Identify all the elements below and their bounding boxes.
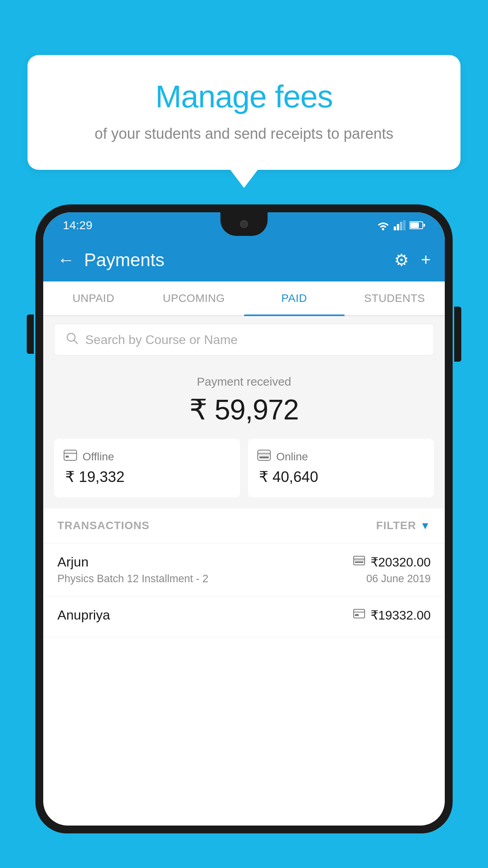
add-button[interactable]: + — [421, 250, 431, 269]
online-label: Online — [276, 451, 308, 463]
online-icon — [257, 450, 271, 463]
transaction-amount-2: ₹19332.00 — [371, 608, 431, 623]
phone-inner: 14:29 — [43, 212, 445, 826]
svg-line-7 — [74, 340, 77, 344]
battery-icon — [409, 221, 425, 230]
offline-icon — [64, 450, 77, 463]
speech-bubble-subtitle: of your students and send receipts to pa… — [51, 123, 437, 144]
search-container: Search by Course or Name — [43, 316, 445, 363]
svg-rect-10 — [66, 456, 69, 458]
svg-rect-2 — [400, 222, 402, 230]
transaction-offline-icon — [353, 609, 365, 621]
transaction-amount-wrapper: ₹20320.00 — [353, 555, 431, 570]
app-bar: ← Payments ⚙ + — [43, 238, 445, 281]
svg-rect-0 — [394, 226, 396, 230]
svg-rect-1 — [397, 224, 399, 230]
svg-rect-14 — [259, 456, 269, 458]
payment-summary: Payment received ₹ 59,972 — [43, 363, 445, 439]
filter-button[interactable]: FILTER ▼ — [376, 519, 431, 532]
transaction-top-2: Anupriya ₹19332.00 — [57, 607, 431, 623]
phone-outer: 14:29 — [35, 204, 453, 833]
svg-rect-11 — [258, 450, 270, 460]
transaction-name-2: Anupriya — [57, 607, 110, 623]
offline-payment-card: Offline ₹ 19,332 — [54, 439, 240, 497]
tab-upcoming[interactable]: UPCOMING — [144, 281, 244, 315]
speech-bubble-container: Manage fees of your students and send re… — [28, 55, 460, 170]
notch — [220, 212, 268, 236]
online-card-header: Online — [257, 450, 424, 463]
transactions-header: TRANSACTIONS FILTER ▼ — [43, 508, 445, 543]
status-bar: 14:29 — [43, 212, 445, 238]
transaction-online-icon — [353, 556, 365, 568]
svg-rect-3 — [403, 220, 405, 230]
offline-amount: ₹ 19,332 — [64, 468, 231, 485]
svg-rect-15 — [354, 556, 365, 565]
transaction-row: Arjun ₹20320.00 — [43, 543, 445, 596]
app-title: Payments — [84, 249, 394, 270]
status-time: 14:29 — [63, 219, 92, 232]
payment-received-amount: ₹ 59,972 — [54, 393, 434, 426]
transaction-top: Arjun ₹20320.00 — [57, 554, 431, 570]
online-amount: ₹ 40,640 — [257, 468, 424, 485]
camera — [240, 220, 248, 228]
back-button[interactable]: ← — [57, 251, 75, 268]
speech-bubble-title: Manage fees — [51, 79, 437, 115]
speech-bubble: Manage fees of your students and send re… — [28, 55, 460, 170]
svg-rect-5 — [410, 223, 419, 228]
transaction-amount: ₹20320.00 — [371, 555, 431, 570]
payment-received-label: Payment received — [54, 375, 434, 388]
offline-card-header: Offline — [64, 450, 231, 463]
tab-students[interactable]: STUDENTS — [345, 281, 445, 315]
search-icon — [66, 332, 78, 348]
signal-icon — [394, 220, 405, 230]
transaction-course: Physics Batch 12 Installment - 2 — [57, 573, 208, 585]
svg-rect-19 — [354, 609, 365, 618]
transaction-bottom: Physics Batch 12 Installment - 2 06 June… — [57, 573, 431, 585]
filter-icon: ▼ — [420, 520, 431, 532]
wifi-icon — [376, 220, 390, 230]
transaction-row: Anupriya ₹19332.00 — [43, 596, 445, 637]
transaction-date: 06 June 2019 — [366, 573, 431, 585]
filter-label: FILTER — [376, 519, 416, 532]
cards-row: Offline ₹ 19,332 — [43, 439, 445, 508]
svg-rect-21 — [355, 614, 359, 616]
transactions-label: TRANSACTIONS — [57, 519, 149, 532]
tab-paid[interactable]: PAID — [244, 281, 345, 315]
search-placeholder: Search by Course or Name — [85, 333, 238, 347]
phone-wrapper: 14:29 — [35, 204, 453, 868]
online-payment-card: Online ₹ 40,640 — [248, 439, 434, 497]
search-bar[interactable]: Search by Course or Name — [54, 324, 434, 355]
tabs: UNPAID UPCOMING PAID STUDENTS — [43, 281, 445, 316]
offline-label: Offline — [83, 451, 114, 463]
svg-rect-18 — [355, 561, 363, 563]
app-bar-actions: ⚙ + — [394, 250, 431, 270]
transaction-name: Arjun — [57, 554, 88, 570]
settings-button[interactable]: ⚙ — [394, 250, 409, 270]
tab-unpaid[interactable]: UNPAID — [43, 281, 144, 315]
svg-rect-8 — [64, 450, 77, 460]
transaction-amount-wrapper-2: ₹19332.00 — [353, 608, 431, 623]
status-icons — [376, 220, 425, 230]
